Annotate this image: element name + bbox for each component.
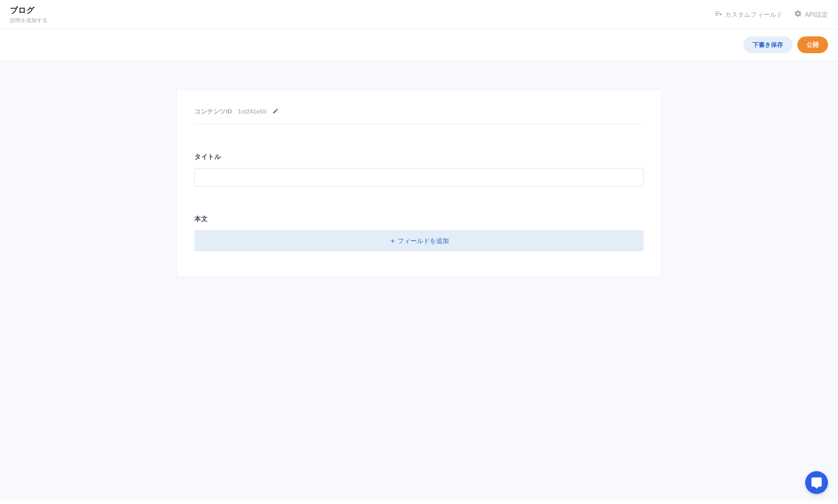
content-id-label: コンテンツID: [195, 107, 232, 116]
custom-field-label: カスタムフィールド: [725, 10, 783, 19]
publish-button[interactable]: 公開: [797, 36, 828, 53]
title-label: タイトル: [195, 152, 643, 161]
body-field-group: 本文 ＋ フィールドを追加: [195, 215, 643, 251]
body-label: 本文: [195, 215, 643, 223]
custom-field-link[interactable]: カスタムフィールド: [714, 10, 783, 19]
title-input[interactable]: [195, 168, 643, 187]
api-settings-link[interactable]: API設定: [794, 10, 828, 19]
add-field-label: フィールドを追加: [398, 237, 449, 245]
edit-content-id-button[interactable]: [272, 108, 279, 116]
content-id-value: 1ot241e5b: [238, 108, 267, 115]
content-area: コンテンツID 1ot241e5b タイトル 本文 ＋ フィールドを追加: [0, 61, 838, 500]
title-field-group: タイトル: [195, 152, 643, 187]
page-title: ブログ: [10, 5, 47, 16]
add-field-button[interactable]: ＋ フィールドを追加: [195, 230, 643, 251]
save-draft-button[interactable]: 下書き保存: [743, 36, 792, 53]
page-subtitle[interactable]: 説明を追加する: [10, 17, 47, 24]
gear-icon: [794, 10, 802, 19]
chat-fab[interactable]: [805, 471, 828, 494]
api-settings-label: API設定: [805, 10, 828, 19]
content-id-row: コンテンツID 1ot241e5b: [195, 107, 643, 125]
plus-icon: ＋: [389, 236, 396, 246]
custom-field-icon: [714, 10, 722, 19]
top-header: ブログ 説明を追加する カスタムフィールド API設定: [0, 0, 838, 29]
header-left: ブログ 説明を追加する: [10, 5, 47, 24]
header-right: カスタムフィールド API設定: [714, 10, 828, 19]
pencil-icon: [272, 108, 279, 114]
chat-icon: [811, 477, 823, 489]
action-bar: 下書き保存 公開: [0, 29, 838, 61]
editor-card: コンテンツID 1ot241e5b タイトル 本文 ＋ フィールドを追加: [176, 89, 662, 277]
